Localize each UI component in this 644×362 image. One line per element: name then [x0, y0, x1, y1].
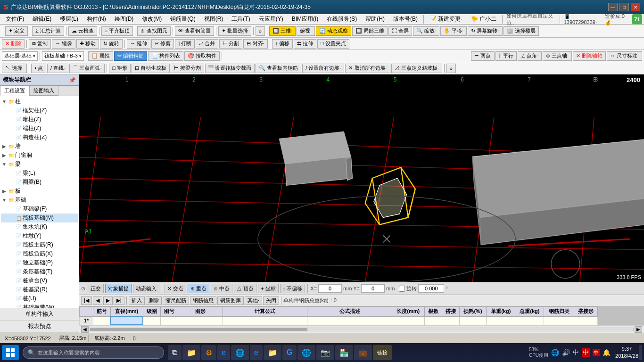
cell-loss[interactable] [459, 316, 486, 325]
tree-node-column-pier[interactable]: 📄柱墩(Y) [1, 231, 78, 240]
btn-rebar-lib[interactable]: 钢筋图库 [217, 296, 244, 305]
rotate-input[interactable] [418, 284, 444, 293]
btn-find-element[interactable]: ⊕ 查找图元 [137, 26, 170, 36]
btn-next-record[interactable]: ▶ [103, 296, 113, 305]
tree-node-water-pit[interactable]: 📄集水坑(K) [1, 222, 78, 231]
taskbar-app-browser3[interactable]: 🌐 [231, 345, 249, 360]
btn-total-calc[interactable]: Σ 汇总计算 [32, 26, 64, 36]
btn-object-snap[interactable]: 对象捕捉 [105, 284, 132, 293]
start-button[interactable] [2, 345, 19, 360]
close-button[interactable]: ✕ [631, 3, 640, 11]
tree-node-raft-main[interactable]: 📄筏板主筋(R) [1, 240, 78, 249]
btn-prev-record[interactable]: ◀ [93, 296, 102, 305]
menu-tools[interactable]: 工具(T) [228, 14, 254, 24]
btn-batch-select[interactable]: ✦ 批量选择 [218, 26, 251, 36]
sidebar-pin[interactable]: 📌 [69, 77, 76, 83]
btn-more4[interactable]: » [446, 64, 456, 73]
btn-select-mode[interactable]: ↖ 选择· [2, 64, 27, 73]
btn-screen-rotate[interactable]: ↻ 屏幕旋转· [468, 26, 502, 36]
maximize-button[interactable]: □ [619, 3, 629, 11]
btn-snap-midpoint[interactable]: ⊕ 重点 [188, 284, 209, 293]
dropdown-raft-foundation[interactable]: 筏板基础·FB-3 [42, 51, 84, 61]
btn-report-preview[interactable]: 报表预览 [0, 321, 79, 333]
tree-node-isolated-found[interactable]: 📄独立基础(P) [1, 258, 78, 267]
system-clock[interactable]: 9:37 2018/4/28 [615, 346, 638, 360]
btn-point-angle[interactable]: ∠ 点角· [518, 51, 542, 61]
btn-rect-draw[interactable]: □ 矩形 [109, 64, 131, 73]
cell-fig-num[interactable] [160, 316, 178, 325]
btn-other[interactable]: 其他· [245, 296, 262, 305]
btn-three-point-axis[interactable]: ⊙ 三点轴· [543, 51, 572, 61]
btn-view-board-rebar[interactable]: 🔍 查看板内钢筋 [256, 64, 301, 73]
tree-node-pile[interactable]: 📄桩(U) [1, 294, 78, 303]
taskbar-app-browser5[interactable]: 🌐 [297, 345, 315, 360]
btn-define[interactable]: ✦ 定义 [5, 26, 28, 36]
btn-parallel[interactable]: ∥ 平行 [495, 51, 517, 61]
taskbar-app-camera[interactable]: 📷 [316, 345, 334, 360]
btn-raft-section[interactable]: ▤ 设置筏板变截面 [205, 64, 255, 73]
tray-ime2[interactable]: 中 [582, 348, 590, 357]
tree-node-slab[interactable]: ▶📁板 [1, 187, 78, 196]
tree-node-strip-found[interactable]: 📄条形基础(T) [1, 267, 78, 276]
menu-guangxiao[interactable]: 🐤 广小二 [467, 14, 500, 24]
viewport-3d[interactable]: 12345678 E 2400 333.8 FPS A1 [79, 74, 644, 282]
horizontal-scrollbar[interactable] [90, 328, 634, 331]
btn-zoom[interactable]: 🔍 缩放· [413, 26, 439, 36]
taskbar-app-link[interactable]: 链接 [373, 345, 392, 360]
btn-component-list[interactable]: 📃 构件列表 [148, 51, 183, 61]
btn-snap-intersect[interactable]: ✕ 交点 [165, 284, 186, 293]
btn-select-floor[interactable]: 🏢 选择楼层 [504, 26, 539, 36]
btn-first-record[interactable]: |◀ [81, 296, 92, 305]
tray-ime[interactable]: 中 [573, 348, 579, 357]
taskbar-app-work[interactable]: 💼 [354, 345, 372, 360]
taskbar-search-box[interactable]: 🔍 在这里输入你要搜索的内容 [23, 346, 164, 359]
tree-node-struct-column[interactable]: 📄构造柱(Z) [1, 133, 78, 142]
scroll-left-btn[interactable]: ◀ [81, 326, 89, 333]
tray-ime3[interactable]: 中 [593, 349, 600, 356]
btn-dynamic-view[interactable]: 🔄 动态观察 [316, 26, 351, 36]
cell-diameter[interactable] [110, 316, 143, 325]
menu-edit[interactable]: 编辑(E) [29, 14, 55, 24]
tree-node-beam-l[interactable]: 📄梁(L) [1, 169, 78, 178]
tree-node-end-column[interactable]: 📄端柱(Z) [1, 124, 78, 133]
tray-network[interactable]: 🌐 [551, 349, 559, 356]
btn-partial-3d[interactable]: 🔲 局部三维 [352, 26, 388, 36]
tree-node-found-beam[interactable]: 📄基础梁(F) [1, 205, 78, 214]
btn-split[interactable]: ⊢ 分割 [219, 39, 242, 49]
btn-merge[interactable]: ⇌ 合并 [196, 39, 218, 49]
menu-version[interactable]: 版本号(B) [389, 14, 421, 24]
btn-arc-draw[interactable]: ⌒ 三点画弧· [69, 64, 105, 73]
btn-more1[interactable]: » [256, 26, 265, 36]
btn-snap-vertex[interactable]: △ 顶点 [234, 284, 256, 293]
tab-draw-input[interactable]: 绘图输入 [29, 86, 58, 96]
btn-align-top[interactable]: ≡ 平齐板顶 [101, 26, 133, 36]
btn-single-component[interactable]: 单构件输入 [0, 308, 79, 321]
tree-node-foundation[interactable]: ▼📁基础 [1, 196, 78, 205]
cell-overlap-type[interactable] [574, 316, 597, 325]
btn-line-draw[interactable]: / 直线· [47, 64, 68, 73]
menu-draw[interactable]: 绘图(D) [111, 14, 138, 24]
menu-bim[interactable]: BIM应用(I) [288, 14, 322, 24]
btn-rotate[interactable]: ↻ 旋转 [100, 39, 123, 49]
btn-snap-center[interactable]: ⊙ 中点 [211, 284, 232, 293]
taskbar-app-store[interactable]: 🏪 [335, 345, 353, 360]
btn-break[interactable]: | 打断 [175, 39, 195, 49]
show-desktop-btn[interactable] [639, 345, 642, 360]
btn-auto-board[interactable]: ⊞ 自动生成板 [132, 64, 170, 73]
cell-rebar-num[interactable] [93, 316, 110, 325]
btn-view-rebar[interactable]: 👁 查看钢筋量 [175, 26, 214, 36]
btn-edit-rebar[interactable]: ✏ 编辑钢筋 [114, 51, 147, 61]
btn-align[interactable]: ⊟ 对齐· [243, 39, 267, 49]
menu-help[interactable]: 帮助(H) [362, 14, 388, 24]
btn-offset[interactable]: ↕ 偏移 [272, 39, 293, 49]
btn-snap-coords[interactable]: + 坐标 [258, 284, 278, 293]
cell-desc[interactable] [307, 316, 392, 325]
btn-pan[interactable]: ✋ 平移· [440, 26, 467, 36]
tree-node-door-window[interactable]: ▶📁门窗洞 [1, 151, 78, 160]
menu-component[interactable]: 构件(N) [83, 14, 110, 24]
btn-move[interactable]: ✚ 移动 [76, 39, 99, 49]
btn-pick-component[interactable]: 🎯 拾取构件 [184, 51, 220, 61]
cell-length[interactable] [392, 316, 424, 325]
menu-file[interactable]: 文件(F) [2, 14, 28, 24]
btn-last-record[interactable]: ▶| [114, 296, 124, 305]
